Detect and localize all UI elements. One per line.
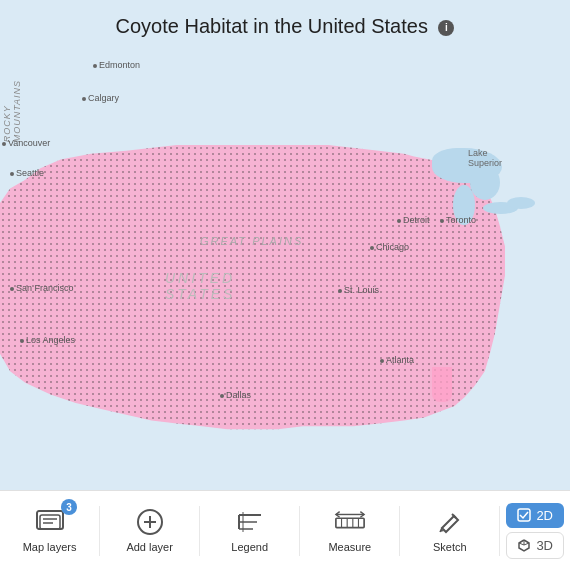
- cube-icon: [517, 538, 531, 552]
- measure-label: Measure: [328, 541, 371, 553]
- title-text: Coyote Habitat in the United States: [116, 15, 428, 37]
- add-layer-icon: [134, 508, 166, 536]
- city-dallas: Dallas: [220, 390, 251, 400]
- city-st-louis: St. Louis: [338, 285, 379, 295]
- map-layers-icon: [34, 508, 66, 536]
- svg-rect-0: [37, 511, 63, 529]
- map-layers-label: Map layers: [23, 541, 77, 553]
- city-los-angeles: Los Angeles: [20, 335, 75, 345]
- sketch-label: Sketch: [433, 541, 467, 553]
- svg-rect-12: [336, 518, 364, 527]
- view-2d-button[interactable]: 2D: [506, 503, 564, 528]
- sketch-icon: [434, 508, 466, 536]
- lake-ontario: [507, 197, 535, 209]
- map-title: Coyote Habitat in the United States i: [0, 15, 570, 38]
- united-states-label: UNITEDSTATES: [165, 270, 235, 302]
- svg-rect-20: [518, 509, 530, 521]
- city-edmonton: Edmonton: [93, 60, 140, 70]
- city-vancouver: Vancouver: [2, 138, 50, 148]
- sketch-button[interactable]: Sketch: [400, 491, 499, 570]
- map-container[interactable]: Coyote Habitat in the United States i RO…: [0, 0, 570, 490]
- rocky-mountains-label: ROCKYMOUNTAINS: [2, 80, 22, 142]
- city-detroit: Detroit: [397, 215, 430, 225]
- city-atlanta: Atlanta: [380, 355, 414, 365]
- lake-huron: [470, 165, 500, 200]
- toolbar: 3 Map layers Add layer: [0, 490, 570, 570]
- legend-icon: [234, 508, 266, 536]
- view-toggle: 2D 3D: [500, 491, 570, 570]
- legend-label: Legend: [231, 541, 268, 553]
- city-chicago: Chicago: [370, 242, 409, 252]
- info-icon[interactable]: i: [438, 20, 454, 36]
- checkbox-icon: [517, 508, 531, 522]
- map-layers-badge: 3: [61, 499, 77, 515]
- city-seattle: Seattle: [10, 168, 44, 178]
- dots-overlay: [0, 145, 505, 435]
- view-3d-button[interactable]: 3D: [506, 532, 564, 559]
- add-layer-button[interactable]: Add layer: [100, 491, 199, 570]
- map-layers-button[interactable]: 3 Map layers: [0, 491, 99, 570]
- lake-superior-label: LakeSuperior: [468, 148, 502, 168]
- add-layer-label: Add layer: [126, 541, 172, 553]
- svg-rect-1: [40, 515, 60, 529]
- city-toronto: Toronto: [440, 215, 476, 225]
- great-plains-label: GREAT PLAINS: [200, 235, 303, 247]
- legend-button[interactable]: Legend: [200, 491, 299, 570]
- measure-button[interactable]: Measure: [300, 491, 399, 570]
- city-san-francisco: San Francisco: [10, 283, 74, 293]
- measure-icon: [334, 508, 366, 536]
- florida-peninsula: [432, 367, 452, 402]
- city-calgary: Calgary: [82, 93, 119, 103]
